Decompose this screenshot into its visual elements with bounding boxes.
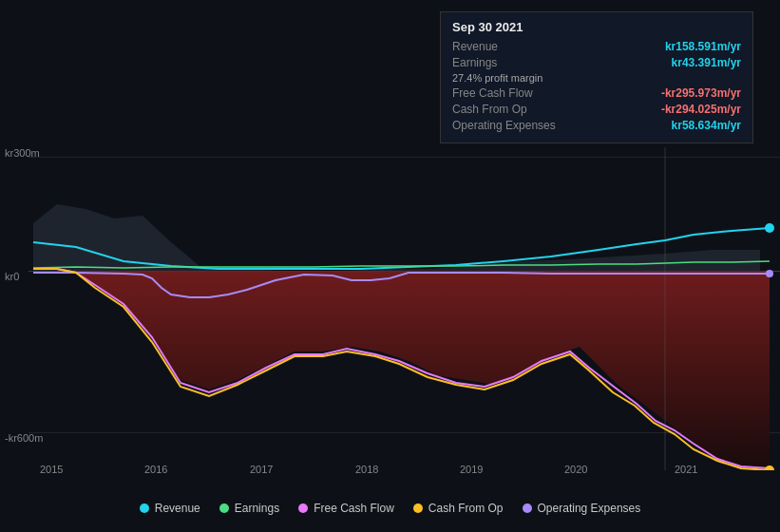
legend-cfo[interactable]: Cash From Op bbox=[413, 502, 504, 515]
legend-earnings-dot bbox=[219, 504, 229, 513]
tooltip-cfo-value: -kr294.025m/yr bbox=[661, 103, 741, 116]
chart-svg bbox=[0, 147, 780, 470]
tooltip-fcf-row: Free Cash Flow -kr295.973m/yr bbox=[452, 86, 741, 100]
legend-earnings-label: Earnings bbox=[235, 502, 279, 515]
tooltip-cfo-label: Cash From Op bbox=[452, 103, 527, 116]
legend-opex-dot bbox=[523, 504, 532, 513]
chart-legend: Revenue Earnings Free Cash Flow Cash Fro… bbox=[0, 502, 780, 515]
legend-earnings[interactable]: Earnings bbox=[219, 502, 279, 515]
tooltip-opex-row: Operating Expenses kr58.634m/yr bbox=[452, 119, 741, 132]
tooltip-profit-margin: 27.4% profit margin bbox=[452, 72, 741, 84]
tooltip-opex-label: Operating Expenses bbox=[452, 119, 556, 132]
revenue-dot bbox=[765, 223, 774, 233]
legend-revenue-label: Revenue bbox=[155, 502, 200, 515]
tooltip-opex-value: kr58.634m/yr bbox=[672, 119, 741, 132]
legend-cfo-label: Cash From Op bbox=[428, 502, 504, 515]
tooltip-fcf-label: Free Cash Flow bbox=[452, 86, 533, 100]
earnings-fill bbox=[33, 204, 760, 271]
tooltip-revenue-value: kr158.591m/yr bbox=[665, 40, 741, 53]
tooltip-revenue-label: Revenue bbox=[452, 40, 498, 53]
tooltip-date: Sep 30 2021 bbox=[452, 20, 741, 34]
chart-container: Sep 30 2021 Revenue kr158.591m/yr Earnin… bbox=[0, 0, 780, 532]
tooltip-earnings-label: Earnings bbox=[452, 56, 497, 69]
tooltip-earnings-value: kr43.391m/yr bbox=[672, 56, 741, 69]
legend-fcf-dot bbox=[298, 504, 308, 513]
tooltip-box: Sep 30 2021 Revenue kr158.591m/yr Earnin… bbox=[440, 11, 753, 143]
legend-cfo-dot bbox=[413, 504, 423, 513]
legend-fcf[interactable]: Free Cash Flow bbox=[298, 502, 394, 515]
tooltip-revenue-row: Revenue kr158.591m/yr bbox=[452, 40, 741, 53]
legend-revenue[interactable]: Revenue bbox=[140, 502, 200, 515]
tooltip-fcf-value: -kr295.973m/yr bbox=[661, 86, 741, 100]
tooltip-earnings-row: Earnings kr43.391m/yr bbox=[452, 56, 741, 69]
tooltip-cfo-row: Cash From Op -kr294.025m/yr bbox=[452, 103, 741, 116]
legend-opex-label: Operating Expenses bbox=[538, 502, 641, 515]
negative-fill bbox=[33, 271, 770, 470]
legend-revenue-dot bbox=[140, 504, 149, 513]
legend-fcf-label: Free Cash Flow bbox=[314, 502, 394, 515]
legend-opex[interactable]: Operating Expenses bbox=[523, 502, 641, 515]
opex-dot bbox=[766, 270, 773, 277]
